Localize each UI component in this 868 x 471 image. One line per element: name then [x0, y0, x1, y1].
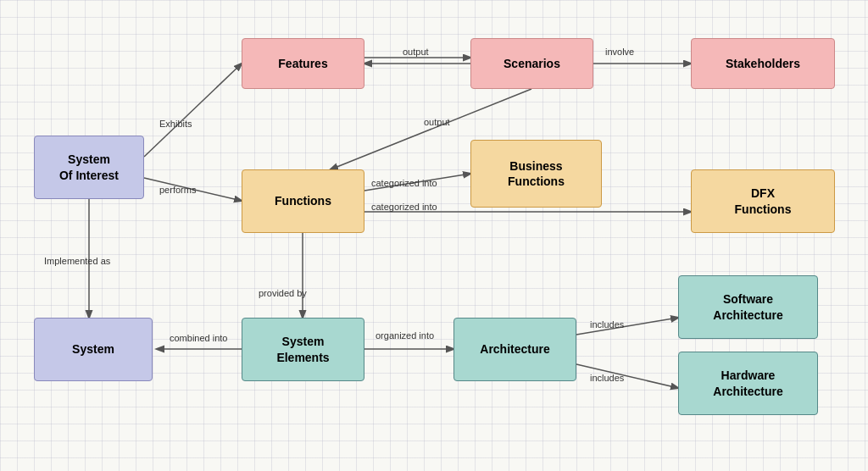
label-combined: combined into [170, 333, 228, 343]
label-exhibits: Exhibits [159, 119, 192, 129]
node-architecture[interactable]: Architecture [453, 318, 576, 381]
node-software-architecture-label: Software Architecture [713, 291, 782, 322]
node-business-functions-label: Business Functions [508, 158, 565, 189]
node-architecture-label: Architecture [480, 341, 549, 357]
node-features[interactable]: Features [242, 38, 364, 89]
label-includes2: includes [590, 373, 624, 383]
label-provided-by: provided by [259, 288, 307, 298]
node-system-elements-label: System Elements [276, 334, 329, 364]
label-implemented: Implemented as [44, 256, 110, 266]
node-stakeholders-label: Stakeholders [726, 56, 800, 71]
node-dfx-functions[interactable]: DFX Functions [691, 169, 835, 233]
label-categorized1: categorized into [371, 178, 437, 188]
node-stakeholders[interactable]: Stakeholders [691, 38, 835, 89]
label-involve: involve [605, 47, 634, 57]
node-system-elements[interactable]: System Elements [242, 318, 364, 381]
node-features-label: Features [278, 56, 327, 71]
label-includes1: includes [590, 319, 624, 330]
node-system-label: System [72, 341, 114, 357]
node-system[interactable]: System [34, 318, 153, 381]
label-performs: performs [159, 185, 196, 195]
label-categorized2: categorized into [371, 202, 437, 212]
node-functions[interactable]: Functions [242, 169, 364, 233]
label-output1: output [403, 47, 429, 57]
node-hardware-architecture-label: Hardware Architecture [713, 368, 782, 398]
node-software-architecture[interactable]: Software Architecture [678, 275, 818, 339]
node-scenarios[interactable]: Scenarios [470, 38, 593, 89]
node-dfx-functions-label: DFX Functions [735, 186, 792, 216]
svg-line-0 [144, 64, 242, 157]
node-hardware-architecture[interactable]: Hardware Architecture [678, 352, 818, 415]
label-organized: organized into [376, 330, 434, 341]
node-scenarios-label: Scenarios [504, 56, 560, 71]
diagram-container: Exhibits output involve output performs … [0, 0, 868, 471]
node-system-of-interest-label: System Of Interest [59, 152, 119, 182]
label-output2: output [424, 117, 450, 127]
node-system-of-interest[interactable]: System Of Interest [34, 136, 144, 199]
node-functions-label: Functions [275, 193, 331, 208]
node-business-functions[interactable]: Business Functions [470, 140, 602, 208]
